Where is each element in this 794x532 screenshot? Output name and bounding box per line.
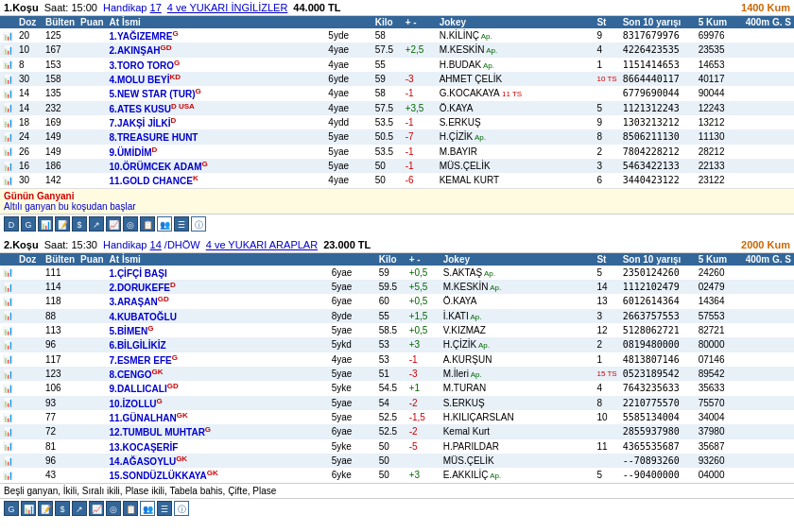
cell-horse-name[interactable]: 4.MOLU BEYİKD	[107, 72, 326, 86]
cell-bulten: 72	[43, 424, 78, 438]
cell-age: 8yde	[329, 309, 376, 323]
cell-horse-name[interactable]: 9.DALLICALIGD	[107, 381, 329, 395]
cell-400mg	[743, 28, 794, 43]
cell-horse-name[interactable]: 8.TREASURE HUNT	[107, 129, 326, 144]
cell-horse-name[interactable]: 4.KUBATOĞLU	[107, 309, 329, 323]
cell-son10: 8317679976	[620, 28, 696, 43]
cell-puan	[78, 101, 106, 115]
col-at2: At İsmi	[107, 253, 329, 266]
cell-horse-name[interactable]: 2.AKINŞAHGD	[107, 43, 326, 57]
col-jokey: Jokey	[437, 16, 595, 28]
race1-title: 1.Koşu	[4, 2, 39, 13]
cell-horse-name[interactable]: 15.SONDÜZLÜKKAYAGK	[107, 468, 329, 482]
race2-icon-g[interactable]: G	[4, 501, 19, 516]
race1-icon-list[interactable]: 📋	[140, 216, 155, 232]
race1-icon-info[interactable]: ⓘ	[191, 216, 206, 232]
race2-icon-trend[interactable]: ↗	[72, 501, 87, 516]
race2-icon-chart1[interactable]: 📊	[21, 501, 36, 516]
cell-horse-name[interactable]: 10.İZOLLUG	[107, 396, 329, 410]
cell-age: 5ykd	[329, 337, 376, 352]
race1-block: 1.Koşu Saat: 15:00 Handikap 17 4 ve YUKA…	[0, 0, 794, 233]
cell-horse-name[interactable]: 11.GÜNALHANGK	[107, 410, 329, 424]
race2-header: 2.Koşu Saat: 15:30 Handikap 14 /DHÖW 4 v…	[0, 237, 794, 253]
cell-5kum: 69976	[696, 28, 743, 43]
cell-horse-name[interactable]: 11.GOLD CHANCEK	[107, 173, 326, 187]
cell-horse-name[interactable]: 1.ÇİFÇİ BAŞI	[107, 266, 329, 280]
cell-doz	[16, 367, 43, 381]
cell-horse-name[interactable]: 3.TORO TOROG	[107, 58, 326, 72]
cell-horse-name[interactable]: 7.JAKŞİ JİLKİD	[107, 115, 326, 129]
cell-horse-name[interactable]: 5.BİMENG	[107, 323, 329, 337]
row-icon: 📊	[0, 381, 16, 395]
cell-doz	[16, 381, 43, 395]
cell-age: 4ydd	[325, 115, 371, 129]
cell-age: 5yae	[329, 280, 376, 294]
race1-icon-bar[interactable]: ☰	[174, 216, 189, 232]
race2-icon-info[interactable]: ⓘ	[174, 501, 189, 516]
race2-icon-edit[interactable]: 📝	[38, 501, 53, 516]
cell-400mg	[743, 115, 794, 129]
race1-icon-trend[interactable]: ↗	[89, 216, 104, 232]
cell-bulten: 113	[43, 323, 78, 337]
race1-icon-g[interactable]: G	[21, 216, 36, 232]
cell-age: 4yae	[325, 86, 371, 100]
table-row: 📊 106 9.DALLICALIGD 5yke 54.5 +1 M.TURAN…	[0, 381, 794, 395]
cell-age: 5yae	[325, 159, 371, 173]
race1-icon-chart1[interactable]: 📊	[38, 216, 53, 232]
cell-bulten: 149	[43, 129, 78, 144]
race1-icon-chart2[interactable]: 📈	[106, 216, 121, 232]
race2-icon-people[interactable]: 👥	[140, 501, 155, 516]
cell-horse-name[interactable]: 6.ATES KUSUD USA	[107, 101, 326, 115]
cell-horse-name[interactable]: 8.CENGOGK	[107, 367, 329, 381]
table-row: 📊 111 1.ÇİFÇİ BAŞI 6yae 59 +0,5 S.AKTAŞ …	[0, 266, 794, 280]
col-age	[325, 16, 371, 28]
cell-bulten: 135	[43, 86, 78, 100]
race1-handicap[interactable]: Handikap 17	[103, 2, 162, 13]
race1-icon-d[interactable]: D	[4, 216, 19, 232]
cell-jokey: E.AKKILİÇ Ap.	[440, 468, 595, 482]
col-400mg: 400m G. S	[743, 16, 794, 28]
cell-jokey: N.KİLİNÇ Ap.	[437, 28, 595, 43]
cell-horse-name[interactable]: 6.BİLGİLİKİZ	[107, 337, 329, 352]
cell-doz	[16, 439, 43, 454]
row-icon: 📊	[0, 159, 16, 173]
cell-bulten: 81	[43, 439, 78, 454]
cell-horse-name[interactable]: 1.YAĞIZEMREG	[107, 28, 326, 43]
cell-kilo: 59	[372, 72, 403, 86]
cell-bulten: 96	[43, 454, 78, 468]
cell-horse-name[interactable]: 3.ARAŞANGD	[107, 294, 329, 308]
cell-horse-name[interactable]: 13.KOCAŞERİF	[107, 439, 329, 454]
race2-handicap[interactable]: Handikap 14 /DHÖW	[103, 239, 200, 250]
cell-doz	[16, 454, 43, 468]
cell-horse-name[interactable]: 10.ÖRÜMCEK ADAMG	[107, 159, 326, 173]
race2-icon-bar[interactable]: ☰	[157, 501, 172, 516]
race2-icon-chart2[interactable]: 📈	[89, 501, 104, 516]
race1-condition[interactable]: 4 ve YUKARI İNGİLİZLER	[167, 2, 288, 13]
race1-icon-people[interactable]: 👥	[157, 216, 172, 232]
cell-horse-name[interactable]: 14.AĞASOYLUGK	[107, 454, 329, 468]
cell-jokey: M.KESKİN Ap.	[440, 280, 595, 294]
col-icon2	[0, 253, 16, 266]
race1-icon-target[interactable]: ◎	[123, 216, 138, 232]
cell-400mg	[743, 266, 794, 280]
race2-condition[interactable]: 4 ve YUKARI ARAPLAR	[206, 239, 318, 250]
cell-horse-name[interactable]: 2.DORUKEFED	[107, 280, 329, 294]
cell-5kum: 12243	[696, 101, 743, 115]
cell-horse-name[interactable]: 5.NEW STAR (TUR)G	[107, 86, 326, 100]
col-icon	[0, 16, 16, 28]
cell-horse-name[interactable]: 9.ÜMİDİMD	[107, 145, 326, 159]
cell-age: 5yae	[325, 129, 371, 144]
race1-icon-edit[interactable]: 📝	[55, 216, 70, 232]
cell-puan	[78, 454, 106, 468]
race2-icon-list[interactable]: 📋	[123, 501, 138, 516]
cell-st	[594, 454, 619, 468]
cell-bulten: 167	[43, 43, 78, 57]
race2-prize: 23.000 TL	[323, 239, 371, 250]
race2-icon-target[interactable]: ◎	[106, 501, 121, 516]
cell-horse-name[interactable]: 12.TUMBUL MUHTARG	[107, 424, 329, 438]
race2-icon-dollar[interactable]: $	[55, 501, 70, 516]
cell-horse-name[interactable]: 7.ESMER EFEG	[107, 352, 329, 367]
race1-icon-dollar[interactable]: $	[72, 216, 87, 232]
cell-400mg	[743, 86, 794, 100]
cell-kilo: 58.5	[376, 323, 406, 337]
